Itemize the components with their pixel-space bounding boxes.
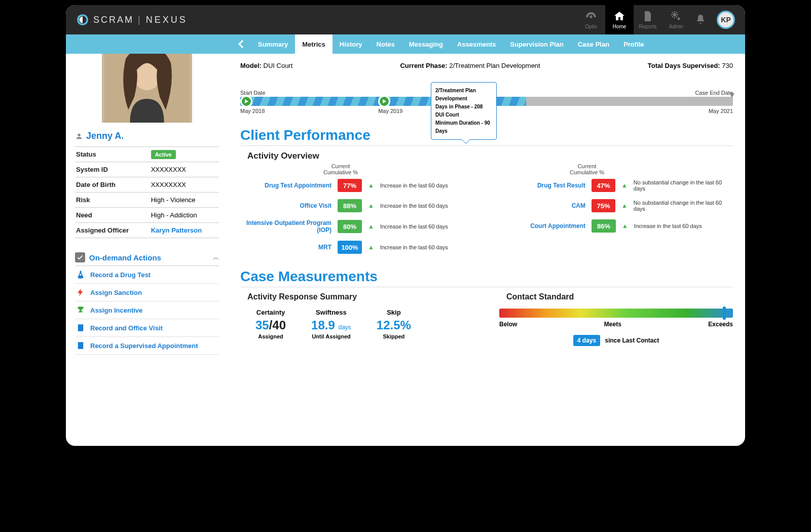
case-measurements-title: Case Measurements (240, 269, 733, 285)
ov-label[interactable]: MRT (240, 244, 331, 251)
svg-point-4 (78, 133, 80, 136)
ars-columns: Certainty 35/40 Assigned Swiftness 18.9 … (240, 309, 474, 339)
nav-admin-label: Admin (669, 24, 683, 29)
end-date-label: Case End Date (695, 90, 733, 96)
ov-label[interactable]: Drug Test Result (494, 182, 585, 189)
client-photo (99, 54, 195, 126)
ov-percent: 75% (592, 199, 615, 212)
ov-percent: 86% (592, 219, 616, 233)
building-icon (76, 341, 85, 350)
ov-note: Increase in the last 60 days (380, 244, 448, 250)
tab-messaging[interactable]: Messaging (402, 34, 450, 54)
nav-admin[interactable]: Admin (662, 5, 690, 34)
ov-label[interactable]: Intensive Outpatient Program (IOP) (240, 219, 331, 234)
phase-marker-2[interactable] (378, 95, 390, 107)
tab-case-plan[interactable]: Case Plan (571, 34, 616, 54)
phase-meta: Current Phase: 2/Treatment Plan Developm… (400, 62, 540, 69)
nav-reports-label: Reports (639, 24, 656, 29)
nav-optix[interactable]: Optix (577, 5, 605, 34)
overview-row: Office Visit88%▲Increase in the last 60 … (240, 196, 479, 216)
app-window: SCRAM | NEXUS Optix Home Reports Admin (66, 5, 745, 446)
measurements-row: Activity Response Summary Certainty 35/4… (240, 292, 733, 346)
ov-label[interactable]: Drug Test Appointment (240, 182, 331, 189)
contact-standard-block: Contact Standard Below Meets Exceeds 4 d… (499, 292, 733, 346)
tab-supervision-plan[interactable]: Supervision Plan (503, 34, 571, 54)
overview-grid: Drug Test Appointment77%▲Increase in the… (240, 175, 733, 257)
bell-icon (694, 14, 707, 26)
tab-notes[interactable]: Notes (370, 34, 402, 54)
client-name-text: Jenny A. (86, 131, 124, 141)
nav-reports[interactable]: Reports (634, 5, 662, 34)
action-record-a-supervised-appointment[interactable]: Record a Supervised Appointment (75, 337, 219, 355)
info-row: NeedHigh - Addiction (75, 208, 219, 223)
overview-row: Drug Test Result47%▲No substantial chang… (494, 175, 733, 196)
trend-up-icon: ▲ (368, 182, 374, 189)
cs-since-label: since Last Contact (605, 337, 659, 344)
divider-2 (240, 287, 733, 287)
tab-profile[interactable]: Profile (616, 34, 651, 54)
tab-metrics[interactable]: Metrics (295, 34, 333, 54)
trend-up-icon: ▲ (622, 222, 628, 230)
contact-marker (723, 307, 726, 320)
brand-divider: | (138, 15, 142, 25)
info-row: RiskHigh - Violence (75, 193, 219, 208)
nav-optix-label: Optix (585, 24, 597, 29)
tl-date-1: May 2018 (240, 108, 265, 114)
tab-history[interactable]: History (333, 34, 370, 54)
body: Jenny A. StatusActiveSystem IDXXXXXXXXDa… (66, 54, 745, 446)
certainty-col: Certainty 35/40 Assigned (255, 309, 286, 339)
ov-percent: 47% (592, 179, 615, 192)
tab-summary[interactable]: Summary (251, 34, 295, 54)
user-avatar[interactable]: KP (717, 11, 735, 29)
chevron-left-icon (238, 40, 244, 49)
phase-tooltip: 2/Treatment Plan Development Days in Pha… (431, 82, 497, 140)
ars-block: Activity Response Summary Certainty 35/4… (240, 292, 474, 346)
person-icon (75, 132, 83, 140)
trend-up-icon: ▲ (368, 244, 374, 251)
action-assign-sanction[interactable]: Assign Sanction (75, 284, 219, 301)
back-button[interactable] (231, 34, 251, 54)
officer-link[interactable]: Karyn Patterson (151, 226, 202, 234)
ov-percent: 88% (338, 199, 362, 212)
topbar: SCRAM | NEXUS Optix Home Reports Admin (66, 5, 745, 34)
ov-label[interactable]: Office Visit (240, 202, 331, 209)
cs-title: Contact Standard (499, 292, 733, 301)
action-assign-incentive[interactable]: Assign Incentive (75, 301, 219, 319)
nav-home[interactable]: Home (605, 5, 634, 34)
svg-point-0 (673, 13, 676, 16)
nav-notifications[interactable] (690, 5, 711, 34)
chevron-up-icon: ︿ (213, 253, 219, 262)
phase-marker-1[interactable] (240, 95, 252, 107)
contact-gradient (499, 309, 733, 318)
client-info-table: StatusActiveSystem IDXXXXXXXXDate of Bir… (75, 146, 219, 238)
overview-header: CurrentCumulative % CurrentCumulative % (240, 163, 733, 175)
info-row: Assigned OfficerKaryn Patterson (75, 223, 219, 238)
brand-sub: NEXUS (146, 15, 188, 25)
brand: SCRAM | NEXUS (76, 13, 188, 26)
overview-row: CAM75%▲No substantial change in the last… (494, 196, 733, 216)
trend-up-icon: ▲ (368, 223, 374, 230)
chevron-down-icon: ▼ (728, 91, 736, 100)
divider (240, 145, 733, 146)
overview-row: Drug Test Appointment77%▲Increase in the… (240, 175, 479, 196)
subnav: SummaryMetricsHistoryNotesMessagingAsses… (66, 34, 745, 54)
ov-label[interactable]: CAM (494, 202, 585, 209)
check-icon (75, 252, 85, 262)
overview-row: MRT100%▲Increase in the last 60 days (240, 237, 479, 257)
trend-up-icon: ▲ (621, 182, 628, 189)
actions-toggle[interactable]: On-demand Actions ︿ (75, 249, 219, 266)
ov-note: Increase in the last 60 days (634, 223, 702, 229)
status-badge: Active (151, 150, 176, 159)
tab-assesments[interactable]: Assesments (450, 34, 503, 54)
gears-icon (670, 10, 682, 22)
ov-note: Increase in the last 60 days (380, 203, 448, 209)
ov-percent: 77% (338, 179, 362, 192)
meta-row: Model: DUI Court Current Phase: 2/Treatm… (240, 62, 733, 69)
home-icon (613, 10, 625, 22)
tl-date-2: May 2019 (378, 108, 402, 114)
action-record-a-drug-test[interactable]: Record a Drug Test (75, 266, 219, 284)
action-record-and-office-visit[interactable]: Record and Office Visit (75, 319, 219, 337)
ov-label[interactable]: Court Appointment (494, 222, 585, 230)
swiftness-col: Swiftness 18.9 days Until Assigned (311, 309, 351, 339)
cs-labels: Below Meets Exceeds (499, 321, 733, 328)
